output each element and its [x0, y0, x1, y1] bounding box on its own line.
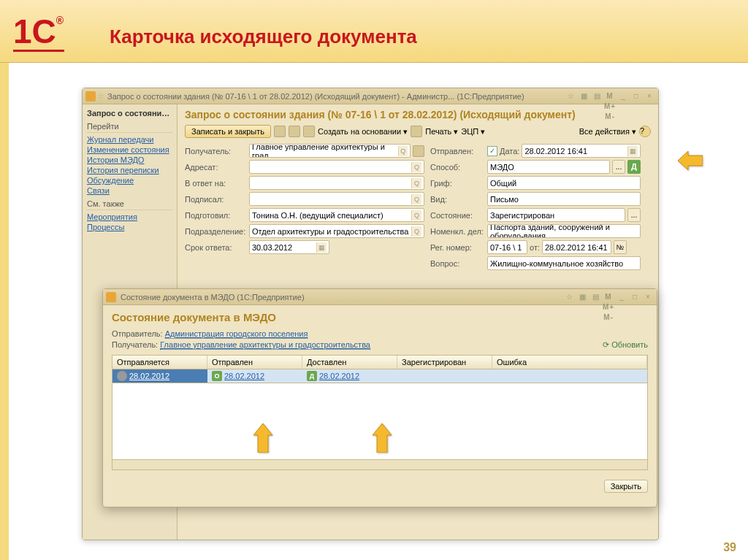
modal-titlebar[interactable]: Состояние документа в МЭДО (1С:Предприят…: [103, 289, 657, 305]
maximize-button[interactable]: □: [630, 91, 642, 101]
nomen-input[interactable]: Паспорта зданий, сооружений и оборудо-ва…: [487, 224, 641, 238]
col-sending[interactable]: Отправляется: [112, 356, 207, 369]
minimize-button[interactable]: _: [616, 292, 627, 302]
all-actions-button[interactable]: Все действия ▾: [579, 127, 636, 137]
delivered-icon: Д: [307, 371, 317, 381]
form-grid: Получатель: Главное управление архитекту…: [185, 144, 651, 270]
logo-underline: [13, 50, 64, 52]
lookup-icon[interactable]: Q: [411, 162, 421, 172]
lookup-icon[interactable]: Q: [411, 178, 421, 188]
print-button[interactable]: Печать ▾: [425, 127, 458, 137]
more-button[interactable]: ...: [612, 160, 625, 174]
reply-input[interactable]: Q: [249, 176, 424, 190]
status-table: Отправляется Отправлен Доставлен Зарегис…: [112, 355, 648, 470]
num-button[interactable]: №: [614, 240, 627, 254]
col-registered[interactable]: Зарегистрирован: [397, 356, 492, 369]
modal-window: Состояние документа в МЭДО (1С:Предприят…: [102, 288, 657, 507]
sidebar-link[interactable]: Изменение состояния: [87, 145, 172, 154]
doc-title: Запрос о состоянии здания (№ 07-16 \ 1 о…: [185, 109, 651, 120]
state-input[interactable]: Зарегистрирован: [487, 208, 625, 222]
close-button[interactable]: ×: [642, 292, 654, 302]
grif-input[interactable]: Общий: [487, 176, 641, 190]
type-input[interactable]: Письмо: [487, 192, 641, 206]
col-delivered[interactable]: Доставлен: [302, 356, 397, 369]
regnum-input[interactable]: 07-16 \ 1: [487, 240, 527, 254]
sidebar-link[interactable]: Процессы: [87, 223, 172, 231]
flag-icon[interactable]: [289, 126, 300, 137]
cal-icon[interactable]: ▦: [316, 242, 327, 253]
fav-icon[interactable]: ☆: [563, 292, 575, 302]
cal-icon[interactable]: ▦: [627, 146, 638, 156]
fav-icon[interactable]: ☆: [565, 91, 576, 101]
memory-buttons[interactable]: M M+ M-: [604, 91, 616, 101]
sidebar-link[interactable]: Журнал передачи: [87, 135, 172, 144]
recipient-label: Получатель:: [112, 340, 158, 349]
create-based-button[interactable]: Создать на основании ▾: [318, 127, 408, 137]
deadline-label: Срок ответа:: [185, 243, 243, 252]
col-error[interactable]: Ошибка: [492, 356, 647, 369]
ecp-button[interactable]: ЭЦП ▾: [461, 127, 485, 137]
cell-sent[interactable]: 28.02.2012: [224, 372, 264, 380]
cal-icon[interactable]: ▤: [591, 91, 603, 101]
regdate-input[interactable]: 28.02.2012 16:41: [542, 240, 611, 254]
sender-link[interactable]: Администрация городского поселения: [165, 329, 308, 339]
star-icon[interactable]: ☆: [97, 91, 104, 101]
arrow-annotation: [371, 423, 393, 448]
calc-icon[interactable]: ▦: [578, 91, 589, 101]
cell-sending[interactable]: 28.02.2012: [129, 372, 169, 380]
sidebar-link[interactable]: История переписки: [87, 166, 172, 174]
prepared-input[interactable]: Тонина О.Н. (ведущий специалист)Q: [249, 208, 424, 222]
help-icon[interactable]: ?: [639, 126, 651, 137]
sidebar-link[interactable]: История МЭДО: [87, 156, 172, 164]
more-button[interactable]: ...: [627, 208, 641, 222]
state-label: Состояние:: [430, 211, 481, 220]
question-input[interactable]: Жилищно-коммунальное хозяйство: [487, 256, 641, 270]
lookup-icon[interactable]: Q: [411, 210, 421, 220]
mail-icon[interactable]: [303, 126, 315, 137]
reply-label: В ответ на:: [185, 179, 243, 188]
lookup-icon[interactable]: Q: [398, 146, 408, 156]
date-input[interactable]: 28.02.2012 16:41▦: [522, 144, 641, 158]
sent-checkbox[interactable]: ✓: [487, 146, 497, 156]
dept-label: Подразделение:: [185, 227, 243, 236]
sidebar-group-also: См. также: [87, 199, 172, 210]
sent-label: Отправлен:: [430, 147, 481, 156]
signed-input[interactable]: Q: [249, 192, 424, 206]
page-number: 39: [723, 541, 736, 554]
dept-input[interactable]: Отдел архитектуры и градостроительстваQ: [249, 224, 424, 238]
scrollbar[interactable]: [112, 459, 647, 469]
save-icon[interactable]: [274, 126, 286, 137]
calc-icon[interactable]: ▦: [576, 292, 588, 302]
method-input[interactable]: МЭДО: [487, 160, 610, 174]
cal-icon[interactable]: ▤: [589, 292, 601, 302]
addressee-input[interactable]: Q: [249, 160, 424, 174]
modal-window-title: Состояние документа в МЭДО (1С:Предприят…: [118, 293, 563, 302]
sidebar-link[interactable]: Связи: [87, 186, 172, 195]
table-row[interactable]: 28.02.2012 О28.02.2012 Д28.02.2012: [112, 369, 647, 383]
cell-delivered[interactable]: 28.02.2012: [319, 372, 359, 380]
sidebar-link[interactable]: Обсуждение: [87, 176, 172, 185]
recipient-link[interactable]: Главное управление архитектуры и градост…: [160, 340, 370, 350]
recipient-input[interactable]: Главное управление архитектуры и градQ: [249, 144, 411, 158]
maximize-button[interactable]: □: [629, 292, 641, 302]
app-icon: [85, 91, 96, 101]
print-icon[interactable]: [411, 126, 422, 137]
open-icon[interactable]: [413, 145, 424, 157]
save-close-button[interactable]: Записать и закрыть: [185, 125, 271, 138]
close-button[interactable]: ×: [644, 91, 655, 101]
modal-close-button[interactable]: Закрыть: [604, 480, 648, 493]
sidebar-link[interactable]: Мероприятия: [87, 212, 172, 221]
lookup-icon[interactable]: Q: [411, 194, 421, 204]
refresh-button[interactable]: ⟳ Обновить: [603, 340, 648, 350]
table-header: Отправляется Отправлен Доставлен Зарегис…: [112, 356, 647, 369]
memory-buttons[interactable]: M M+ M-: [603, 292, 614, 302]
col-sent[interactable]: Отправлен: [207, 356, 302, 369]
lookup-icon[interactable]: Q: [411, 226, 421, 237]
d-badge[interactable]: Д: [627, 160, 641, 174]
deadline-input[interactable]: 30.03.2012▦: [249, 240, 329, 254]
minimize-button[interactable]: _: [617, 91, 629, 101]
addressee-label: Адресат:: [185, 163, 243, 172]
regnum-label: Рег. номер:: [430, 243, 481, 252]
main-titlebar[interactable]: ☆ Запрос о состоянии здания (№ 07-16 \ 1…: [83, 88, 658, 104]
recipient-label: Получатель:: [185, 147, 243, 156]
